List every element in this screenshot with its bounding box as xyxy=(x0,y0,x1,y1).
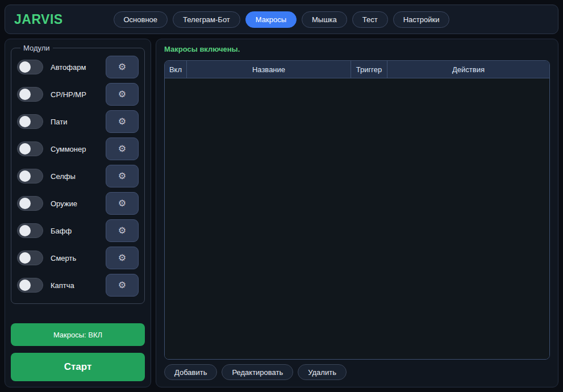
modules-legend: Модули xyxy=(20,44,53,52)
module-row-buff: Бафф ⚙ xyxy=(17,217,139,244)
module-row-weapon: Оружие ⚙ xyxy=(17,190,139,217)
module-settings-button-cp-hp-mp[interactable]: ⚙ xyxy=(106,83,139,106)
module-settings-button-autofarm[interactable]: ⚙ xyxy=(106,56,139,78)
gear-icon: ⚙ xyxy=(118,199,126,208)
module-settings-button-captcha[interactable]: ⚙ xyxy=(106,274,139,297)
module-label-autofarm: Автофарм xyxy=(51,63,106,72)
macros-action-bar: Добавить Редактировать Удалить xyxy=(164,364,550,380)
module-label-captcha: Каптча xyxy=(51,281,106,290)
module-toggle-summoner[interactable] xyxy=(17,141,43,156)
macros-table-body[interactable] xyxy=(165,78,549,359)
module-label-selfy: Селфы xyxy=(51,172,106,181)
module-toggle-cp-hp-mp[interactable] xyxy=(17,87,43,102)
toggle-knob xyxy=(19,116,31,127)
module-toggle-selfy[interactable] xyxy=(17,169,43,184)
gear-icon: ⚙ xyxy=(118,172,126,181)
tab-bar: Основное Телеграм-Бот Макросы Мышка Тест… xyxy=(114,11,450,28)
tab-nastroyki[interactable]: Настройки xyxy=(393,11,450,28)
module-label-death: Смерть xyxy=(51,254,106,262)
app-logo: JARVIS xyxy=(14,5,63,34)
module-label-party: Пати xyxy=(51,118,106,126)
toggle-knob xyxy=(19,280,31,291)
module-toggle-weapon[interactable] xyxy=(17,196,43,211)
module-toggle-buff[interactable] xyxy=(17,223,43,238)
modules-groupbox: Модули Автофарм ⚙ СР/НР/М xyxy=(11,44,145,304)
tab-test[interactable]: Тест xyxy=(352,11,388,28)
toggle-knob xyxy=(19,61,31,73)
header-bar: JARVIS Основное Телеграм-Бот Макросы Мыш… xyxy=(5,5,558,34)
tab-makrosy[interactable]: Макросы xyxy=(245,11,297,28)
toggle-knob xyxy=(19,89,31,100)
module-row-summoner: Суммонер ⚙ xyxy=(17,135,139,162)
add-macro-button[interactable]: Добавить xyxy=(164,364,217,380)
module-settings-button-weapon[interactable]: ⚙ xyxy=(106,192,139,215)
module-settings-button-buff[interactable]: ⚙ xyxy=(106,219,139,242)
macros-status-text: Макросы включены. xyxy=(164,45,550,53)
gear-icon: ⚙ xyxy=(118,62,126,72)
module-toggle-captcha[interactable] xyxy=(17,278,43,293)
gear-icon: ⚙ xyxy=(118,281,126,290)
toggle-knob xyxy=(19,225,31,236)
toggle-knob xyxy=(19,198,31,209)
module-label-weapon: Оружие xyxy=(51,199,106,208)
tab-osnovnoe[interactable]: Основное xyxy=(114,11,168,28)
column-header-actions: Действия xyxy=(387,61,549,78)
macros-table: Вкл Название Триггер Действия xyxy=(164,60,550,360)
module-row-cp-hp-mp: СР/НР/МР ⚙ xyxy=(17,81,139,108)
macros-state-button[interactable]: Макросы: ВКЛ xyxy=(11,323,145,346)
tab-myshka[interactable]: Мышка xyxy=(302,11,347,28)
module-row-autofarm: Автофарм ⚙ xyxy=(17,53,139,81)
macros-panel: Макросы включены. Вкл Название Триггер Д… xyxy=(156,39,558,387)
column-header-trigger: Триггер xyxy=(351,61,387,78)
start-button[interactable]: Старт xyxy=(11,353,145,381)
gear-icon: ⚙ xyxy=(118,144,126,153)
module-settings-button-summoner[interactable]: ⚙ xyxy=(106,137,139,160)
gear-icon: ⚙ xyxy=(118,117,126,126)
module-row-party: Пати ⚙ xyxy=(17,108,139,135)
macros-table-header: Вкл Название Триггер Действия xyxy=(165,61,549,78)
module-row-captcha: Каптча ⚙ xyxy=(17,272,139,299)
module-toggle-autofarm[interactable] xyxy=(17,60,43,74)
gear-icon: ⚙ xyxy=(118,253,126,262)
module-settings-button-selfy[interactable]: ⚙ xyxy=(106,165,139,187)
module-label-cp-hp-mp: СР/НР/МР xyxy=(51,90,106,99)
module-toggle-party[interactable] xyxy=(17,114,43,129)
gear-icon: ⚙ xyxy=(118,226,126,235)
module-row-death: Смерть ⚙ xyxy=(17,244,139,272)
toggle-knob xyxy=(19,143,31,155)
module-toggle-death[interactable] xyxy=(17,251,43,265)
module-label-buff: Бафф xyxy=(51,227,106,235)
delete-macro-button[interactable]: Удалить xyxy=(298,364,347,380)
gear-icon: ⚙ xyxy=(118,90,126,99)
module-settings-button-party[interactable]: ⚙ xyxy=(106,110,139,133)
toggle-knob xyxy=(19,170,31,182)
modules-sidebar: Модули Автофарм ⚙ СР/НР/М xyxy=(5,39,151,387)
module-row-selfy: Селфы ⚙ xyxy=(17,162,139,190)
modules-list: Автофарм ⚙ СР/НР/МР ⚙ xyxy=(17,53,139,299)
module-settings-button-death[interactable]: ⚙ xyxy=(106,247,139,269)
toggle-knob xyxy=(19,252,31,264)
module-label-summoner: Суммонер xyxy=(51,145,106,153)
tab-telegram-bot[interactable]: Телеграм-Бот xyxy=(173,11,240,28)
edit-macro-button[interactable]: Редактировать xyxy=(222,364,293,380)
column-header-on: Вкл xyxy=(165,61,187,78)
column-header-name: Название xyxy=(187,61,351,78)
